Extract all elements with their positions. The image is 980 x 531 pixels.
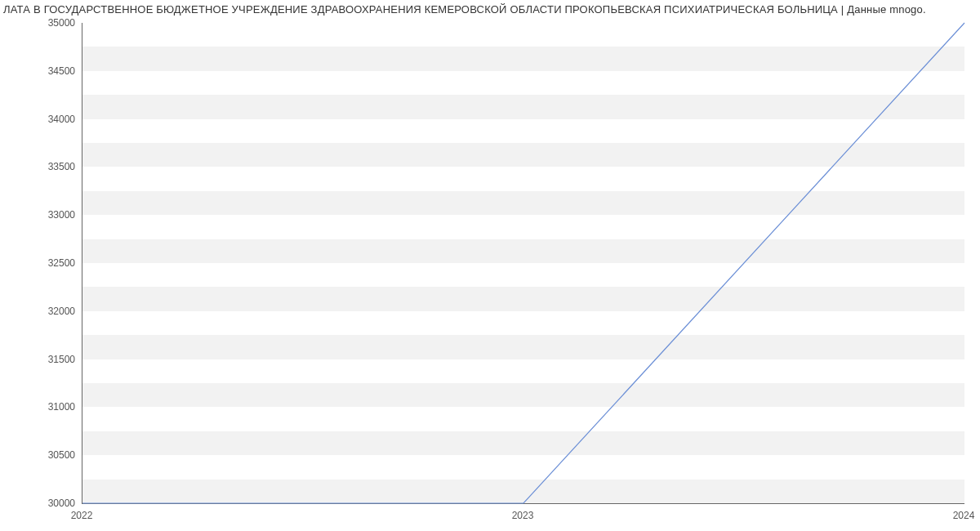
x-tick: 2024 [953,510,975,521]
x-tick: 2023 [512,510,534,521]
y-tick: 32500 [0,257,75,269]
data-line [82,23,964,503]
y-tick: 30000 [0,498,75,509]
y-tick: 33500 [0,161,75,172]
y-tick: 30500 [0,449,75,461]
y-tick: 31500 [0,354,75,365]
x-tick: 2022 [71,510,93,521]
y-tick: 33000 [0,209,75,221]
y-tick: 35000 [0,17,75,29]
chart-title: ЛАТА В ГОСУДАРСТВЕННОЕ БЮДЖЕТНОЕ УЧРЕЖДЕ… [0,3,980,18]
y-tick: 32000 [0,306,75,317]
y-tick: 34000 [0,114,75,125]
y-tick: 31000 [0,401,75,413]
plot-area [82,23,964,504]
y-tick: 34500 [0,65,75,77]
